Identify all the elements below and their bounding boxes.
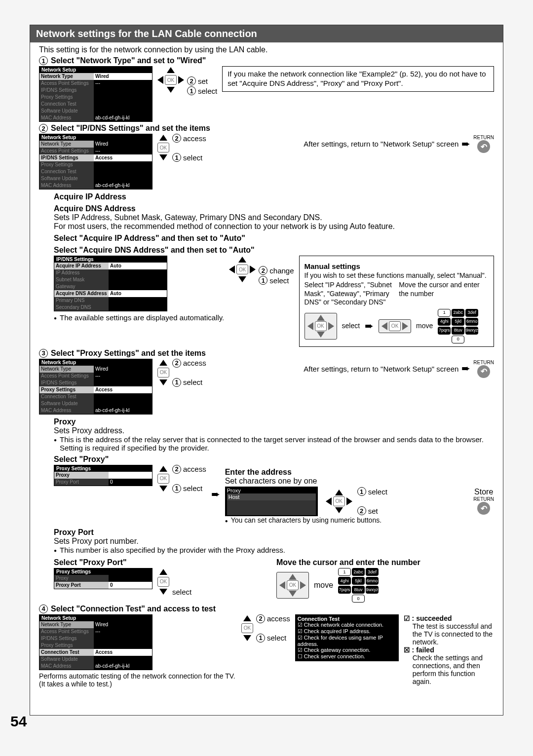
- ok-button[interactable]: OK: [333, 496, 345, 506]
- network-setup-menu-3: Network Setup Network TypeWired Access P…: [39, 359, 152, 415]
- menu-item: IP/DNS Settings: [39, 87, 94, 94]
- ok-button[interactable]: OK: [157, 474, 169, 484]
- numeric-keypad[interactable]: 12abc3def 4ghi5jkl6mno 7pqrs8tuv9wxyz 0: [338, 568, 379, 603]
- step-badge-3: 3: [39, 349, 48, 358]
- lbl-select: select: [198, 87, 217, 95]
- test-item: Check network cable connection.: [298, 622, 396, 628]
- acquire-section: Acquire IP Address Acquire DNS Address S…: [54, 192, 494, 347]
- ok-button[interactable]: OK: [165, 75, 177, 85]
- step-badge-1: 1: [39, 56, 48, 65]
- check-icon: [404, 614, 412, 622]
- arrow-right-icon: ➨: [211, 488, 220, 501]
- test-item: Check gateway connection.: [298, 647, 396, 653]
- test-item: Check acquired IP address.: [298, 628, 396, 635]
- step-badge-2: 2: [39, 124, 48, 133]
- label-select: select: [342, 322, 360, 331]
- return-label: RETURN: [473, 135, 494, 140]
- ok-button[interactable]: OK: [157, 143, 169, 152]
- return-bar: After settings, return to "Network Setup…: [211, 135, 494, 153]
- proxy-section: Proxy Sets Proxy address. This is the ad…: [54, 417, 494, 603]
- page-number: 54: [10, 713, 27, 730]
- network-setup-menu-4: Network Setup Network TypeWired Access P…: [39, 614, 152, 670]
- ok-button[interactable]: OK: [241, 623, 253, 633]
- step1-title: 1 Select "Network Type" and set to "Wire…: [39, 56, 494, 65]
- step4-title: 4 Select "Connection Test" and access to…: [39, 605, 494, 613]
- step-badge-4: 4: [39, 605, 48, 613]
- step2-heading: Select "IP/DNS Settings" and set the ite…: [51, 124, 210, 133]
- step1-note: If you make the network connection like …: [222, 66, 494, 92]
- menu-item: Proxy Settings: [39, 94, 94, 101]
- left-icon: [157, 76, 163, 84]
- menu-item: Software Update: [39, 108, 94, 114]
- dpad-icon: OK: [379, 319, 411, 333]
- step2-title: 2 Select "IP/DNS Settings" and set the i…: [39, 124, 494, 133]
- menu-value: Wired: [94, 73, 152, 80]
- network-setup-menu-2: Network Setup Network TypeWired Access P…: [39, 134, 152, 189]
- label-move: move: [416, 322, 433, 331]
- down-icon: [167, 87, 175, 93]
- ipdns-menu: IP/DNS Settings Acquire IP AddressAuto I…: [54, 256, 167, 311]
- down-icon: [159, 154, 167, 160]
- ok-button[interactable]: OK: [236, 265, 248, 274]
- ok-button[interactable]: OK: [157, 577, 169, 587]
- return-icon[interactable]: ↶: [477, 365, 490, 378]
- return-icon[interactable]: ↶: [477, 140, 490, 153]
- arrow-right-icon: ➨: [365, 319, 374, 333]
- page-title: Network settings for the LAN Cable conne…: [30, 25, 503, 42]
- ok-button[interactable]: OK: [157, 368, 169, 378]
- dpad-group: OK 2set 1select: [157, 67, 217, 95]
- menu-title: Network Setup: [39, 67, 152, 73]
- step3-title: 3 Select "Proxy Settings" and set the it…: [39, 349, 494, 358]
- return-icon[interactable]: ↶: [477, 502, 490, 515]
- intro-text: This setting is for the network connecti…: [39, 45, 494, 54]
- menu-item: Access Point Settings: [39, 80, 94, 87]
- step2-row: Network Setup Network TypeWired Access P…: [39, 134, 494, 189]
- test-item: Check for devices using same IP address.: [298, 635, 396, 647]
- dpad-labels: 2set 1select: [187, 67, 217, 95]
- arrow-right-icon: ➨: [461, 362, 470, 375]
- menu-title: Network Setup: [39, 134, 152, 141]
- test-item: Check server connection.: [298, 653, 396, 660]
- dpad-icon: OK: [305, 313, 337, 340]
- up-icon: [167, 67, 175, 73]
- lbl-set: set: [198, 77, 208, 85]
- proxy-settings-menu-2: Proxy Settings Proxy Proxy Port0: [54, 568, 152, 589]
- step1-heading: Select "Network Type" and set to "Wired": [51, 56, 206, 65]
- step1-row: Network Setup Network TypeWired Access P…: [39, 66, 494, 122]
- menu-value: ab-cd-ef-gh-ij-kl: [94, 114, 152, 121]
- proxy-settings-menu: Proxy Settings Proxy Proxy Port0: [54, 465, 152, 486]
- numeric-keypad[interactable]: 12abc3def 4ghi5jkl6mno 7pqrs8tuv9wxyz 0: [438, 309, 478, 343]
- manual-settings-box: Manual settings If you wish to set these…: [299, 256, 494, 347]
- right-icon: [178, 76, 184, 84]
- manual-page: Network settings for the LAN Cable conne…: [30, 25, 503, 716]
- page-content: This setting is for the network connecti…: [30, 42, 503, 691]
- up-icon: [238, 257, 246, 263]
- menu-item: Connection Test: [39, 101, 94, 108]
- menu-item: Network Type: [39, 73, 94, 80]
- up-icon: [159, 135, 167, 141]
- store-label: Store: [474, 488, 493, 496]
- menu-value: ---: [94, 80, 152, 87]
- network-setup-menu-1: Network Setup Network TypeWired Access P…: [39, 66, 152, 122]
- char-grid[interactable]: [227, 500, 316, 515]
- menu-item: MAC Address: [39, 114, 94, 121]
- cross-icon: [404, 646, 412, 654]
- arrow-right-icon: ➨: [461, 138, 470, 151]
